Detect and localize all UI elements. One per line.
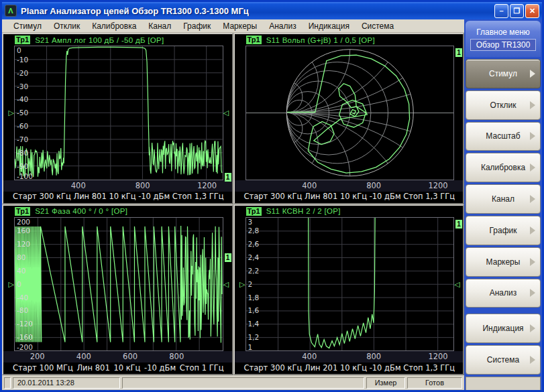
menu-item-Анализ[interactable]: Анализ [263, 20, 303, 32]
maximize-button[interactable]: ❐ [510, 4, 524, 18]
ref-level-marker-left[interactable]: ▷ [9, 280, 14, 287]
x-tick-label: 400 [302, 352, 317, 361]
chart-s11-smith[interactable]: Тр1 S11 Вольп (G+jB) 1 / 0,5 [ОР] 1 4008… [233, 33, 465, 204]
x-tick-label: 400 [76, 352, 91, 361]
menu-item-Канал[interactable]: Канал [142, 20, 177, 32]
chart-status-line: Старт 100 МГцЛин 80110 кГц-10 дБмСтоп 1 … [3, 363, 232, 374]
close-button[interactable]: ✕ [525, 4, 539, 18]
x-tick-label: 1200 [428, 181, 447, 190]
chart-s21-logmag[interactable]: Тр1 S21 Ампл лог 100 дБ / -50 дБ [ОР] ▷ … [2, 33, 233, 204]
x-axis-strip: 4008001200 [3, 180, 232, 192]
sidebar-button-Маркеры[interactable]: Маркеры [466, 247, 541, 277]
sidebar-mode: Обзор TR1300 [470, 39, 537, 51]
app-icon: Λ [5, 5, 17, 17]
sidebar-button-Отклик[interactable]: Отклик [466, 90, 541, 120]
left-marker-gutter: ▷ [3, 46, 14, 180]
sidebar-button-label: Отклик [490, 101, 516, 110]
sidebar-title: Главное меню [476, 27, 530, 37]
minimize-button[interactable]: – [494, 4, 508, 18]
x-tick-label: 800 [366, 352, 381, 361]
status-ready: Готов [407, 377, 462, 389]
status-grip [4, 377, 11, 389]
plot-area: 0-10-20-30-40-50-60-70-80-90-100 [14, 46, 223, 180]
menu-item-Система[interactable]: Система [356, 20, 400, 32]
sidebar-button-Канал[interactable]: Канал [466, 184, 541, 214]
sidebar-button-label: Калибровка [481, 163, 525, 172]
sidebar-button-Индикация[interactable]: Индикация [466, 314, 541, 343]
app-window: Λ Planar Анализатор цепей Обзор TR1300 0… [0, 0, 544, 392]
x-tick-label: 400 [71, 181, 86, 190]
trace-badge: Тр1 [246, 207, 262, 216]
stimulus-status-token: -10 дБм [144, 363, 176, 373]
chevron-right-icon [530, 226, 535, 235]
trace-badge: Тр1 [15, 207, 30, 216]
stimulus-status-token: Лин 201 [305, 363, 337, 373]
trace-number-marker: 1 [225, 253, 231, 262]
sidebar-button-label: Маркеры [486, 257, 521, 267]
stimulus-status-token: 10 кГц [109, 192, 135, 201]
chart-title: S21 Фаза 400 ° / 0 ° [ОР] [35, 207, 127, 215]
chart-status-line: Старт 300 кГцЛин 80110 кГц-10 дБмСтоп 1,… [3, 192, 232, 203]
sidebar-button-label: Масштаб [486, 131, 520, 141]
chevron-right-icon [530, 70, 535, 78]
ref-level-marker-right[interactable]: ◁ [223, 280, 229, 287]
plot-area: 32,82,62,42,221,81,61,41,21 [246, 217, 455, 352]
chart-title: S21 Ампл лог 100 дБ / -50 дБ [ОР] [35, 36, 164, 44]
window-title: Planar Анализатор цепей Обзор TR1300 0.3… [21, 6, 494, 16]
left-marker-gutter: ▷ [235, 217, 246, 352]
x-axis-strip: 4008001200 [235, 180, 464, 192]
x-tick-label: 1200 [428, 352, 447, 361]
stimulus-status-token: Старт 300 кГц [244, 363, 303, 373]
chevron-right-icon [530, 132, 535, 140]
status-spacer [122, 377, 364, 389]
chevron-right-icon [530, 289, 535, 297]
stimulus-status-token: Лин 801 [76, 363, 109, 373]
window-controls: –❐✕ [494, 4, 539, 18]
left-marker-gutter: ▷ [3, 217, 14, 352]
sidebar-button-График[interactable]: График [466, 216, 541, 245]
x-tick-label: 800 [135, 181, 150, 190]
menu-item-Маркеры[interactable]: Маркеры [217, 20, 263, 32]
sidebar-button-Калибровка[interactable]: Калибровка [466, 153, 541, 182]
menu-item-Отклик[interactable]: Отклик [48, 20, 86, 32]
right-marker-gutter: 1◁ [223, 46, 232, 180]
chart-title: S11 КСВН 2 / 2 [ОР] [266, 207, 341, 215]
x-tick-label: 600 [123, 352, 138, 361]
ref-level-marker-left[interactable]: ▷ [9, 109, 14, 117]
stimulus-status-token: Стоп 1 ГГц [180, 363, 224, 373]
sidebar-button-Стимул[interactable]: Стимул [466, 59, 541, 88]
menu-item-Стимул[interactable]: Стимул [7, 20, 48, 32]
trace-badge: Тр1 [246, 36, 262, 44]
status-datetime: 20.01.2011 13:28 [13, 377, 120, 389]
chevron-right-icon [530, 324, 535, 332]
menu-item-График[interactable]: График [177, 20, 217, 32]
chevron-right-icon [530, 258, 535, 266]
ref-level-marker-left[interactable]: ▷ [239, 280, 245, 287]
title-bar[interactable]: Λ Planar Анализатор цепей Обзор TR1300 0… [2, 2, 542, 19]
chart-status-line: Старт 300 кГцЛин 20110 кГц-10 дБмСтоп 1,… [235, 363, 464, 374]
x-axis-strip: 4008001200 [235, 351, 464, 363]
plot-area [246, 46, 455, 180]
menu-item-Индикация[interactable]: Индикация [303, 20, 356, 32]
sidebar-button-Анализ[interactable]: Анализ [466, 279, 541, 308]
stimulus-status-token: Стоп 1,3 ГГц [403, 192, 455, 201]
sidebar-buttons: СтимулОткликМасштабКалибровкаКаналГрафик… [466, 59, 541, 375]
chevron-right-icon [530, 195, 535, 203]
x-tick-label: 400 [302, 181, 317, 190]
chart-s21-phase[interactable]: Тр1 S21 Фаза 400 ° / 0 ° [ОР] ▷ 20016012… [2, 204, 233, 376]
sidebar-button-label: График [490, 226, 517, 235]
menu-bar: СтимулОткликКалибровкаКаналГрафикМаркеры… [2, 19, 464, 33]
charts-grid: Тр1 S21 Ампл лог 100 дБ / -50 дБ [ОР] ▷ … [2, 33, 464, 375]
menu-item-Калибровка[interactable]: Калибровка [86, 20, 142, 32]
trace-badge: Тр1 [15, 36, 30, 44]
chart-s11-vswr[interactable]: Тр1 S11 КСВН 2 / 2 [ОР] ▷ 32,82,62,42,22… [233, 204, 465, 376]
plot-area: 20016012080400-40-80-120-160-200 [14, 217, 223, 352]
right-marker-gutter: 1 [454, 46, 463, 180]
ref-level-marker-right[interactable]: ◁ [223, 109, 229, 117]
sidebar-button-Масштаб[interactable]: Масштаб [466, 122, 541, 151]
chevron-right-icon [530, 164, 535, 172]
sidebar-button-label: Система [487, 355, 519, 365]
sidebar-button-Система[interactable]: Система [466, 345, 541, 375]
ref-level-marker-right[interactable]: ◁ [454, 280, 459, 287]
status-bar: 20.01.2011 13:28 Измер Готов [2, 375, 464, 390]
